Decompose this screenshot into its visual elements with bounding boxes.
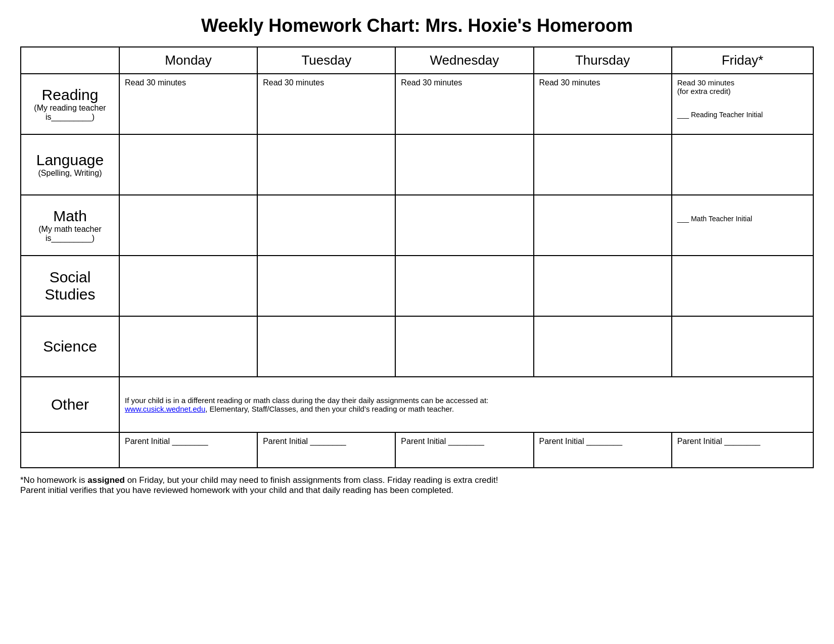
language-thursday [534, 134, 672, 195]
footnote: *No homework is assigned on Friday, but … [20, 475, 814, 496]
language-friday [672, 134, 813, 195]
footnote-prefix: *No homework is [20, 475, 87, 485]
row-parent-initial: Parent Initial ________ Parent Initial _… [21, 432, 813, 468]
row-language: Language (Spelling, Writing) [21, 134, 813, 195]
language-sub: (Spelling, Writing) [26, 169, 114, 178]
language-monday [119, 134, 257, 195]
header-monday: Monday [119, 47, 257, 74]
footnote-bold: assigned [87, 475, 125, 485]
row-social-studies: Social Studies [21, 256, 813, 316]
row-science: Science [21, 316, 813, 377]
header-empty [21, 47, 119, 74]
other-link-suffix: , Elementary, Staff/Classes, and then yo… [205, 405, 454, 413]
social-monday [119, 256, 257, 316]
social-wednesday [395, 256, 533, 316]
social-friday [672, 256, 813, 316]
header-friday: Friday* [672, 47, 813, 74]
row-reading: Reading (My reading teacher is_________)… [21, 74, 813, 134]
parent-initial-empty [21, 432, 119, 468]
parent-initial-thursday: Parent Initial ________ [534, 432, 672, 468]
reading-tuesday: Read 30 minutes [257, 74, 395, 134]
parent-initial-monday: Parent Initial ________ [119, 432, 257, 468]
parent-initial-friday: Parent Initial ________ [672, 432, 813, 468]
math-friday: ___ Math Teacher Initial [672, 195, 813, 256]
math-thursday [534, 195, 672, 256]
header-row: Monday Tuesday Wednesday Thursday Friday… [21, 47, 813, 74]
other-link[interactable]: www.cusick.wednet.edu [125, 405, 205, 413]
science-monday [119, 316, 257, 377]
reading-wednesday: Read 30 minutes [395, 74, 533, 134]
math-monday [119, 195, 257, 256]
homework-chart: Monday Tuesday Wednesday Thursday Friday… [20, 46, 814, 468]
social-studies-name: Social Studies [26, 269, 114, 303]
science-name: Science [26, 338, 114, 355]
social-thursday [534, 256, 672, 316]
parent-initial-tuesday: Parent Initial ________ [257, 432, 395, 468]
subject-science: Science [21, 316, 119, 377]
science-wednesday [395, 316, 533, 377]
science-tuesday [257, 316, 395, 377]
reading-thursday: Read 30 minutes [534, 74, 672, 134]
reading-friday-text: Read 30 minutes(for extra credit) [677, 78, 808, 95]
row-math: Math (My math teacher is_________) ___ M… [21, 195, 813, 256]
subject-language: Language (Spelling, Writing) [21, 134, 119, 195]
footnote-line1: *No homework is assigned on Friday, but … [20, 475, 814, 485]
reading-friday: Read 30 minutes(for extra credit) ___ Re… [672, 74, 813, 134]
footnote-line2: Parent initial verifies that you have re… [20, 485, 814, 496]
language-tuesday [257, 134, 395, 195]
other-info: If your child is in a different reading … [119, 377, 813, 432]
footnote-suffix: on Friday, but your child may need to fi… [125, 475, 498, 485]
header-tuesday: Tuesday [257, 47, 395, 74]
language-wednesday [395, 134, 533, 195]
social-tuesday [257, 256, 395, 316]
page-title: Weekly Homework Chart: Mrs. Hoxie's Home… [20, 15, 814, 36]
reading-teacher-initial: ___ Reading Teacher Initial [677, 111, 808, 119]
reading-monday: Read 30 minutes [119, 74, 257, 134]
header-thursday: Thursday [534, 47, 672, 74]
math-sub: (My math teacher is_________) [26, 225, 114, 243]
math-tuesday [257, 195, 395, 256]
subject-reading: Reading (My reading teacher is_________) [21, 74, 119, 134]
row-other: Other If your child is in a different re… [21, 377, 813, 432]
math-name: Math [26, 208, 114, 225]
subject-social-studies: Social Studies [21, 256, 119, 316]
parent-initial-wednesday: Parent Initial ________ [395, 432, 533, 468]
reading-sub: (My reading teacher is_________) [26, 104, 114, 122]
other-name: Other [26, 396, 114, 413]
header-wednesday: Wednesday [395, 47, 533, 74]
other-info-text: If your child is in a different reading … [125, 396, 488, 405]
math-wednesday [395, 195, 533, 256]
subject-other: Other [21, 377, 119, 432]
science-thursday [534, 316, 672, 377]
reading-name: Reading [26, 86, 114, 104]
language-name: Language [26, 152, 114, 169]
subject-math: Math (My math teacher is_________) [21, 195, 119, 256]
science-friday [672, 316, 813, 377]
math-teacher-initial: ___ Math Teacher Initial [677, 215, 808, 223]
